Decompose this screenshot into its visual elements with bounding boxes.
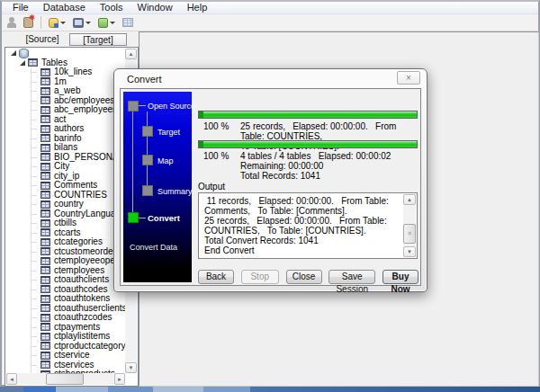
convert-dialog: Convert × Open Source Target Map Summary…	[113, 68, 428, 292]
buy-now-button[interactable]: Buy Now	[382, 270, 418, 284]
table-icon	[40, 144, 50, 152]
tree-item[interactable]: City	[6, 162, 125, 172]
tree-item-label: 10k_lines	[54, 67, 92, 77]
dialog-content: 100 % 25 records, Elapsed: 00:00:00. Fro…	[198, 92, 418, 284]
tree-item-label: ctoauthclients	[54, 275, 109, 285]
menu-item[interactable]: Help	[180, 2, 215, 13]
tab-target[interactable]: [Target]	[69, 33, 127, 46]
scroll-up-icon[interactable]: ▲	[403, 194, 416, 205]
tree-item[interactable]: ctemployeeoperatelog	[6, 256, 125, 266]
save-session-button[interactable]: Save Session	[328, 270, 375, 284]
table-icon	[40, 172, 50, 180]
expand-caret-icon[interactable]	[11, 50, 16, 56]
close-button[interactable]: ×	[397, 71, 420, 85]
scroll-down-icon[interactable]: ▼	[403, 246, 416, 257]
tree-item-label: ctservice	[54, 351, 89, 361]
tree-item[interactable]: 10k_lines	[6, 67, 125, 77]
output-box[interactable]: 11 records, Elapsed: 00:00:00. From Tabl…	[198, 192, 418, 259]
table-icon	[40, 200, 50, 209]
tree-item[interactable]: ctservice	[6, 351, 125, 361]
table-progress-bar	[198, 111, 418, 119]
tree-item[interactable]: abc_employees	[6, 105, 125, 115]
table-icon	[40, 247, 50, 255]
tree-item[interactable]: ctoauthtokens	[6, 294, 125, 304]
tree-root[interactable]	[6, 49, 125, 58]
menu-item[interactable]: Database	[36, 2, 93, 13]
table-icon	[40, 361, 50, 369]
output-line: End Convert	[204, 245, 400, 255]
close-icon: ×	[406, 73, 411, 83]
tree-item[interactable]: ctbills	[6, 218, 125, 228]
table-icon	[40, 266, 50, 274]
table-icon	[40, 125, 50, 133]
table-icon	[40, 228, 50, 236]
table-icon	[40, 314, 50, 322]
connection-wizard-button[interactable]	[22, 16, 35, 29]
menu-bar: FileDatabaseToolsWindowHelp	[2, 2, 538, 14]
scrollbar-thumb[interactable]: ≡	[403, 224, 416, 244]
toolbar	[2, 14, 538, 31]
menu-item[interactable]: Window	[130, 2, 180, 13]
tree-item-label: ctplaylistitems	[54, 332, 110, 342]
table-icon	[40, 106, 50, 114]
scrollbar-thumb[interactable]	[46, 373, 84, 385]
overall-progress-percent: 100 %	[198, 151, 240, 181]
scroll-right-icon[interactable]: ►	[114, 373, 125, 385]
step-label-summary: Summary	[158, 187, 193, 196]
output-scrollbar[interactable]: ▲ ≡ ▼	[403, 194, 416, 257]
back-button[interactable]: Back	[198, 270, 234, 284]
stop-button[interactable]: Stop	[241, 270, 279, 284]
scroll-down-icon[interactable]: ▼	[125, 362, 137, 373]
menu-item[interactable]: File	[5, 2, 36, 13]
expand-caret-icon[interactable]	[20, 60, 25, 66]
dialog-title[interactable]: Convert	[127, 74, 162, 85]
tree-items: 10k_lines 1m a_web	[6, 67, 125, 373]
tree-horizontal-scrollbar[interactable]: ◄ ►	[6, 373, 125, 385]
view-wizard-button[interactable]	[71, 17, 93, 29]
user-button[interactable]	[5, 16, 18, 29]
database-icon	[49, 18, 58, 28]
tree-item[interactable]: bilans	[6, 143, 125, 153]
output-label: Output	[198, 182, 225, 192]
overall-progress-bar	[198, 140, 418, 148]
tree-item-label: City	[54, 162, 69, 172]
scroll-up-icon[interactable]: ▲	[125, 49, 137, 59]
tree-item-label: ctbills	[54, 218, 76, 228]
table-icon	[40, 77, 50, 85]
tree-item-label: ctoauthzcodes	[54, 313, 112, 323]
taskbar-segment	[23, 387, 56, 392]
grid-button[interactable]	[121, 17, 135, 28]
tree-item[interactable]: ctoauthzcodes	[6, 313, 125, 323]
chevron-down-icon[interactable]	[86, 22, 91, 24]
tree-item[interactable]: authors	[6, 124, 125, 134]
tree-item[interactable]: ctplaylistitems	[6, 332, 125, 342]
tree-item[interactable]: ctcategories	[6, 237, 125, 247]
close-dialog-button[interactable]: Close	[286, 270, 322, 284]
scroll-left-icon[interactable]: ◄	[6, 373, 17, 385]
tree-item[interactable]: ctoauthclients	[6, 275, 125, 285]
tab-bar: [Source] [Target]	[4, 31, 139, 47]
tab-source[interactable]: [Source]	[17, 33, 68, 46]
tree-item[interactable]: a_web	[6, 86, 125, 96]
table-tree: Tables 10k_lines 1m	[6, 49, 125, 373]
export-wizard-button[interactable]	[47, 17, 68, 29]
chevron-down-icon[interactable]	[60, 22, 66, 24]
chevron-down-icon[interactable]	[110, 22, 115, 24]
step-square-convert	[128, 212, 139, 223]
menu-item[interactable]: Tools	[93, 2, 130, 13]
tree-item[interactable]: country	[6, 200, 125, 209]
step-connector	[139, 218, 146, 218]
output-line: 25 records, Elapsed: 00:00:00. From Tabl…	[204, 216, 400, 236]
output-line: Total Convert Records: 1041	[204, 236, 400, 245]
run-wizard-button[interactable]	[96, 17, 117, 29]
tree-item[interactable]: Comments	[6, 181, 125, 191]
table-icon	[40, 115, 50, 123]
step-label-map: Map	[158, 156, 174, 165]
thumb-grip: ≡	[404, 231, 415, 236]
table-icon	[40, 153, 50, 161]
connection-wizard-icon	[23, 17, 33, 28]
table-icon	[40, 285, 50, 293]
step-connector	[139, 105, 146, 106]
table-icon	[40, 323, 50, 331]
monitor-icon	[73, 18, 84, 28]
